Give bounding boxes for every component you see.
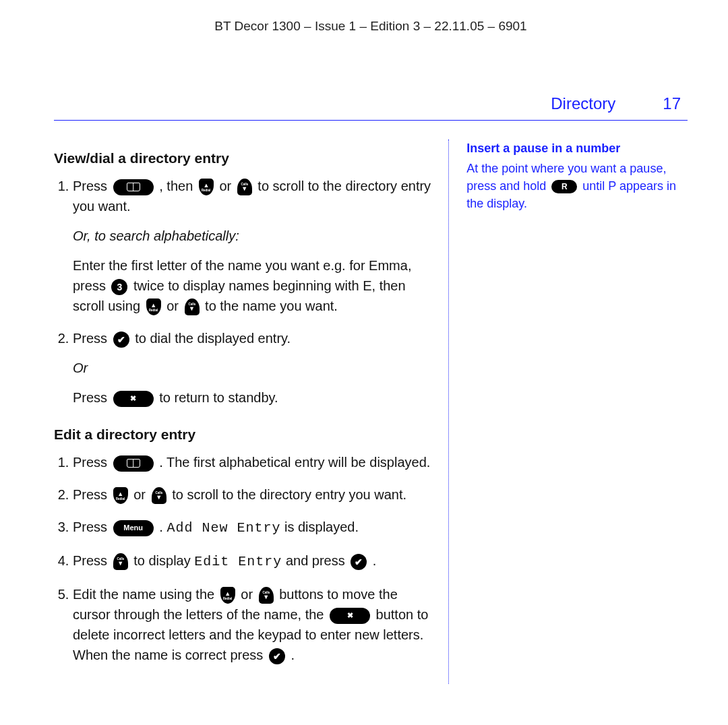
lcd-text: Edit Entry [194,554,282,569]
step: Edit the name using the ▲Redial or Calls… [73,584,431,665]
lcd-text: Add New Entry [166,520,280,536]
ok-check-icon: ✔ [113,332,129,348]
calls-down-icon: Calls▼ [185,298,200,315]
step: Press . The first alphabetical entry wil… [73,452,431,472]
calls-down-icon: Calls▼ [259,587,274,604]
calls-down-icon: Calls▼ [152,487,166,504]
section-title: Directory [551,94,615,113]
ok-check-icon: ✔ [351,554,367,570]
ok-check-icon: ✔ [269,648,285,664]
heading-edit: Edit a directory entry [54,427,431,443]
cancel-x-icon: ✖ [113,391,154,407]
r-button-icon: R [551,180,577,193]
header-rule [54,120,688,121]
redial-up-icon: ▲Redial [220,587,235,604]
main-column: View/dial a directory entry Press , then… [54,139,449,684]
search-alpha-label: Or, to search alphabetically: [73,226,431,246]
step: Press Menu . Add New Entry is displayed. [73,517,431,538]
directory-button-icon [113,179,154,195]
search-alpha-body: Enter the first letter of the name you w… [73,255,431,316]
or-label: Or [73,358,431,378]
heading-view-dial: View/dial a directory entry [54,150,431,166]
step: Press ✔ to dial the displayed entry. Or … [73,328,431,408]
sidebar-note: Insert a pause in a number At the point … [449,139,688,684]
or-body: Press ✖ to return to standby. [73,387,431,408]
redial-up-icon: ▲Redial [199,179,214,195]
redial-up-icon: ▲Redial [113,487,128,504]
directory-button-icon [113,455,154,472]
page-number: 17 [663,94,681,113]
calls-down-icon: Calls▼ [237,179,252,195]
calls-down-icon: Calls▼ [113,553,128,570]
sidebar-body: At the point where you want a pause, pre… [466,160,688,212]
section-header: Directory 17 [54,94,681,113]
cancel-x-icon: ✖ [330,608,370,624]
sidebar-title: Insert a pause in a number [466,139,688,157]
view-dial-steps: Press , then ▲Redial or Calls▼ to scroll… [54,176,431,408]
step: Press ▲Redial or Calls▼ to scroll to the… [73,484,431,505]
step: Press Calls▼ to display Edit Entry and p… [73,550,431,572]
step: Press , then ▲Redial or Calls▼ to scroll… [73,176,431,316]
menu-button-icon: Menu [113,520,154,536]
keypad-3-icon: 3 [111,279,127,295]
document-header: BT Decor 1300 – Issue 1 – Edition 3 – 22… [54,19,688,34]
redial-up-icon: ▲Redial [146,298,161,315]
edit-steps: Press . The first alphabetical entry wil… [54,452,431,665]
